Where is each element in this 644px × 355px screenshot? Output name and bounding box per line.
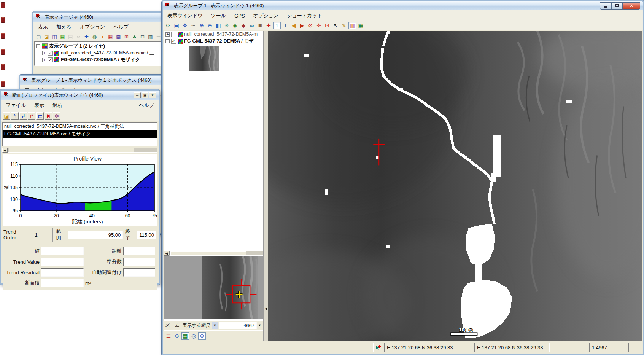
maximize-button[interactable]: ▣ — [142, 92, 148, 98]
background-app-icon[interactable] — [1, 17, 5, 23]
menu-options[interactable]: オプション — [80, 24, 105, 30]
scroll-thumb[interactable] — [9, 148, 134, 152]
menu-shortcuts[interactable]: ショートカット — [287, 12, 322, 19]
rgb-raster-icon[interactable]: ▦ — [107, 33, 114, 40]
menu-help[interactable]: ヘルプ — [113, 24, 129, 30]
menu-view[interactable]: 表示 — [38, 24, 48, 30]
layer-thumbnail[interactable] — [189, 46, 219, 71]
zoom-layer-icon[interactable]: ◈ — [231, 22, 239, 29]
collapse-icon[interactable]: − — [165, 39, 170, 43]
value-field[interactable] — [41, 247, 84, 255]
open-file-icon[interactable]: ◪ — [43, 33, 50, 40]
grid-globe-icon[interactable]: ⊞ — [123, 33, 130, 40]
snapshot-icon[interactable]: ◙ — [256, 22, 264, 29]
next-element-icon[interactable]: ▶ — [298, 22, 306, 29]
zoom-full-icon[interactable]: ✳ — [223, 22, 231, 29]
menu-options[interactable]: オプション — [253, 12, 279, 19]
overview-toggle-icon[interactable]: ▦ — [181, 332, 189, 340]
expand-icon[interactable]: + — [42, 58, 46, 62]
trend-residual-field[interactable] — [41, 268, 84, 277]
scroll-left-icon[interactable]: ◀ — [2, 148, 8, 153]
scale-value-input[interactable]: 4667 — [219, 322, 257, 329]
menu-display-window[interactable]: 表示ウィンドウ — [167, 12, 203, 19]
expand-icon[interactable]: + — [165, 32, 170, 37]
group-label[interactable]: 表示グループ 1 (2 レイヤ) — [49, 43, 105, 49]
tree-icon[interactable]: ♣ — [131, 33, 138, 40]
open-profile-icon[interactable]: ◪ — [3, 112, 10, 120]
layer-checkbox[interactable]: ✓ — [48, 51, 53, 56]
panel-horizontal-scrollbar[interactable]: ◀ — [164, 251, 264, 256]
tree-layer-row[interactable]: + ✓ null_corrected_5437-72-DEM5A-mosaic … — [36, 49, 163, 56]
new-file-icon[interactable]: ▢ — [35, 33, 42, 40]
vector-icon[interactable]: ◖ — [99, 33, 106, 40]
redraw-icon[interactable]: ⟳ — [164, 22, 172, 29]
overview-map[interactable] — [164, 256, 264, 319]
close-button[interactable]: ✕ — [623, 2, 640, 10]
georef-edit-icon[interactable]: ▦ — [357, 22, 364, 29]
profile-line-up-icon[interactable]: ↱ — [28, 112, 35, 120]
list-item-selected[interactable]: FG-GML-5437-72-DEM5A.rvc / モザイク — [3, 130, 157, 138]
profile-horizontal-scrollbar[interactable]: ◀ — [2, 148, 157, 153]
layer-checkbox[interactable]: ✓ — [171, 39, 176, 44]
zoom-rect-tool-icon[interactable]: ⊡ — [323, 22, 331, 29]
full-view-icon[interactable]: ▣ — [173, 22, 180, 29]
zoom-out-icon[interactable]: ⊖ — [206, 22, 214, 29]
background-app-icon[interactable] — [1, 2, 5, 8]
autocorrelation-field[interactable] — [123, 268, 155, 277]
background-app-icon[interactable] — [1, 49, 5, 55]
profile-titlebar[interactable]: ✕ 断面(プロファイル)表示ウィンドウ (4460) ─ ▣ ✕ — [1, 91, 159, 100]
expand-icon[interactable]: + — [42, 51, 46, 55]
list-item[interactable]: null_corrected_5437-72-DEM5A-mosaic.rvc … — [3, 123, 157, 130]
close-button[interactable]: ✕ — [149, 92, 156, 98]
background-app-icon[interactable] — [1, 81, 5, 87]
select-tool-icon[interactable]: ↖ — [332, 22, 339, 29]
panel-layer-row[interactable]: + null_corrected_5437-72-DEM5A-m — [164, 31, 263, 38]
menu-analyze[interactable]: 解析 — [52, 102, 62, 109]
scroll-thumb[interactable] — [170, 251, 246, 255]
scroll-left-icon[interactable]: ◀ — [264, 306, 268, 311]
display-manager-titlebar[interactable]: ✕ 表示マネージャ (4460) — [33, 13, 164, 22]
layer-label[interactable]: null_corrected_5437-72-DEM5A-m — [184, 32, 258, 37]
georef-target-icon[interactable]: ✛ — [315, 22, 323, 29]
search-icon-grayed[interactable]: ∞ — [75, 33, 82, 40]
range-start-input[interactable]: 95.00 — [68, 231, 123, 239]
semivariance-field[interactable] — [123, 258, 155, 266]
chevron-down-icon[interactable]: ▼ — [257, 322, 262, 329]
area-field[interactable] — [41, 279, 84, 287]
layer-label[interactable]: FG-GML-5437-72-DEM5A / モザ — [184, 38, 254, 45]
profile-line-left-icon[interactable]: ↰ — [11, 112, 19, 120]
map-view[interactable]: 100 m — [268, 31, 642, 341]
layer-checkbox[interactable]: ✓ — [48, 57, 53, 62]
image-icon[interactable]: ▦ — [59, 33, 66, 40]
menu-help[interactable]: ヘルプ — [139, 102, 154, 109]
panel-layer-row[interactable]: − ✓ FG-GML-5437-72-DEM5A / モザ — [164, 38, 263, 45]
add-layer-icon[interactable]: ✚ — [83, 33, 90, 40]
maximize-button[interactable] — [611, 2, 623, 10]
menu-gps[interactable]: GPS — [234, 13, 245, 19]
zoom-overview-icon[interactable]: ◎ — [190, 332, 197, 340]
display-window-titlebar[interactable]: ✕ 表示グループ 1 - 表示ウィンドウ 1 (4460) ✕ — [163, 1, 643, 10]
scale-icon[interactable]: ⊟ — [139, 33, 146, 40]
layer-checkbox[interactable] — [171, 32, 176, 37]
magnifier-icon[interactable]: ⊙ — [173, 332, 181, 340]
menu-file[interactable]: ファイル — [6, 102, 26, 109]
delete-profile-icon[interactable]: ✖ — [45, 112, 52, 120]
trend-value-field[interactable] — [41, 258, 84, 266]
profile-line-down-icon[interactable]: ↲ — [19, 112, 27, 120]
search-icon[interactable]: ∞ — [248, 22, 256, 29]
map-scroll-strip[interactable]: ◀ — [264, 31, 268, 341]
minimize-button[interactable] — [600, 2, 611, 10]
background-app-icon[interactable] — [1, 33, 5, 39]
calculator-icon[interactable]: ▥ — [147, 33, 154, 40]
tree-layer-row[interactable]: + ✓ FG-GML-5437-72-DEM5A / モザイク — [36, 56, 163, 63]
menu-add[interactable]: 加える — [56, 24, 72, 30]
layer-label[interactable]: FG-GML-5437-72-DEM5A / モザイク — [61, 57, 140, 63]
save-file-icon[interactable]: ◫ — [51, 33, 58, 40]
sketch-tool-icon[interactable]: ✎ — [340, 22, 348, 29]
profile-tool-icon[interactable]: ▥ — [348, 22, 356, 29]
plus-minus-tool-icon[interactable]: ± — [281, 22, 289, 29]
zoom-box-icon[interactable]: ◧ — [215, 22, 222, 29]
geobox-titlebar[interactable]: ✕ 表示グループ 1 - 表示ウィンドウ 1 ジオボックス (4460) — [20, 76, 162, 85]
menu-tools[interactable]: ツール — [211, 12, 226, 19]
zoom-in-icon[interactable]: ⊕ — [198, 22, 205, 29]
